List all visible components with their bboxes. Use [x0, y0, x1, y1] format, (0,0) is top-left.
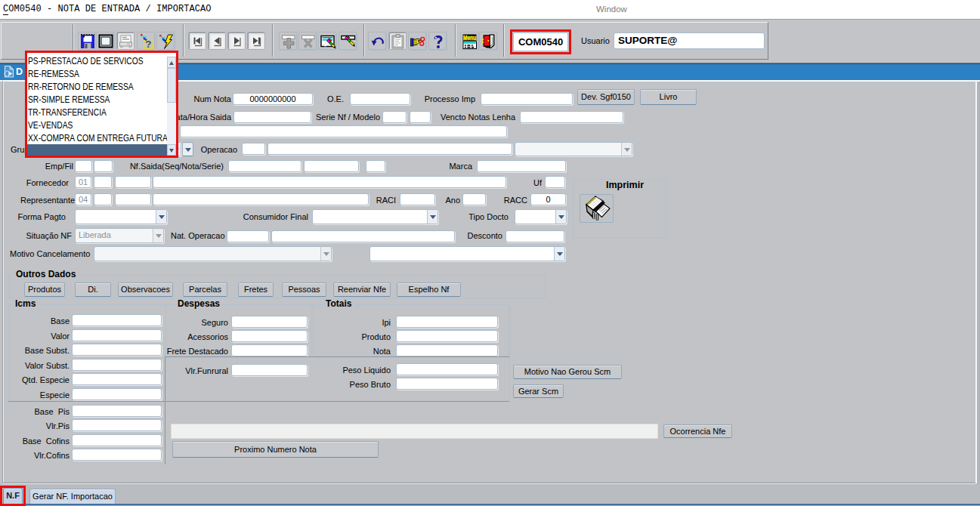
- svg-text:Menu: Menu: [463, 34, 476, 42]
- svg-text:?: ?: [146, 39, 152, 50]
